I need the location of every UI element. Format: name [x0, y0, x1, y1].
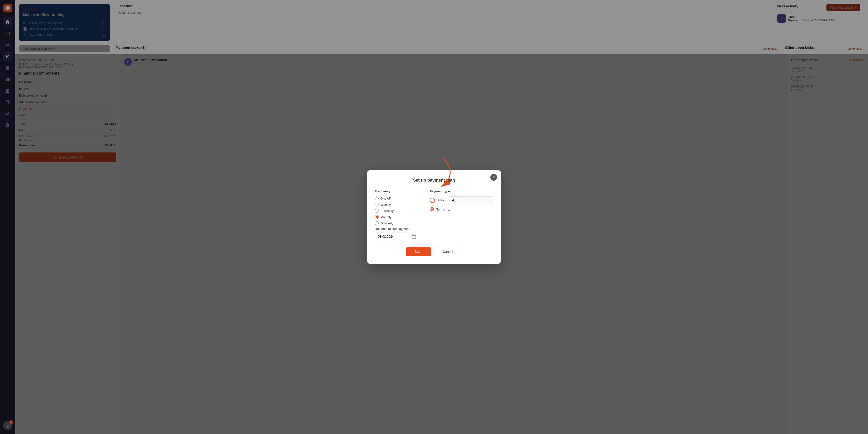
terms-radio[interactable]	[430, 207, 434, 211]
cancel-button[interactable]: Cancel	[434, 247, 462, 256]
amount-radio-inner	[431, 199, 434, 201]
modal-title: Set up payment plan	[375, 178, 493, 183]
date-input-row	[375, 233, 420, 240]
save-button[interactable]: Save	[406, 247, 431, 256]
due-date-label: Due date of first payment	[375, 227, 420, 231]
frequency-quarterly[interactable]: Quarterly	[375, 221, 420, 225]
terms-row: Terms 1	[430, 207, 493, 211]
amount-row: Amou	[430, 197, 493, 204]
frequency-bi-weekly-label: Bi weekly	[380, 209, 394, 213]
frequency-bi-weekly-radio[interactable]	[375, 209, 379, 213]
frequency-weekly[interactable]: Weekly	[375, 203, 420, 206]
frequency-bi-weekly[interactable]: Bi weekly	[375, 209, 420, 213]
frequency-weekly-label: Weekly	[380, 203, 391, 206]
frequency-one-off-label: One off	[380, 197, 391, 200]
modal-close-button[interactable]: ✕	[490, 174, 497, 181]
frequency-weekly-radio[interactable]	[375, 203, 379, 206]
frequency-radio-group: One off Weekly Bi weekly Monthly	[375, 197, 420, 225]
frequency-monthly-radio[interactable]	[375, 215, 379, 219]
modal-right-section: Payment type Amou Terms 1	[430, 190, 493, 240]
amount-radio[interactable]	[430, 198, 435, 203]
payment-type-label: Payment type	[430, 190, 493, 193]
modal-actions: Save Cancel	[375, 247, 493, 256]
frequency-quarterly-radio[interactable]	[375, 221, 379, 225]
modal-left-section: Frequency One off Weekly Bi weekly	[375, 190, 420, 240]
amount-label: Amou	[437, 198, 445, 202]
frequency-monthly-label: Monthly	[380, 215, 392, 219]
frequency-one-off[interactable]: One off	[375, 197, 420, 200]
terms-radio-dot	[431, 208, 433, 210]
terms-label: Terms	[436, 208, 445, 211]
frequency-label: Frequency	[375, 190, 420, 193]
terms-value: 1	[448, 208, 450, 211]
payment-plan-modal: Set up payment plan ✕ Frequency One off …	[367, 170, 501, 264]
amount-input[interactable]	[448, 197, 493, 204]
frequency-one-off-radio[interactable]	[375, 197, 379, 200]
modal-overlay: Set up payment plan ✕ Frequency One off …	[0, 0, 868, 434]
calendar-icon[interactable]	[410, 233, 418, 240]
arrow-annotation	[405, 156, 453, 194]
modal-body: Frequency One off Weekly Bi weekly	[375, 190, 493, 240]
frequency-monthly[interactable]: Monthly	[375, 215, 420, 219]
frequency-quarterly-label: Quarterly	[380, 222, 393, 225]
due-date-input[interactable]	[375, 233, 408, 240]
due-date-section: Due date of first payment	[375, 227, 420, 240]
